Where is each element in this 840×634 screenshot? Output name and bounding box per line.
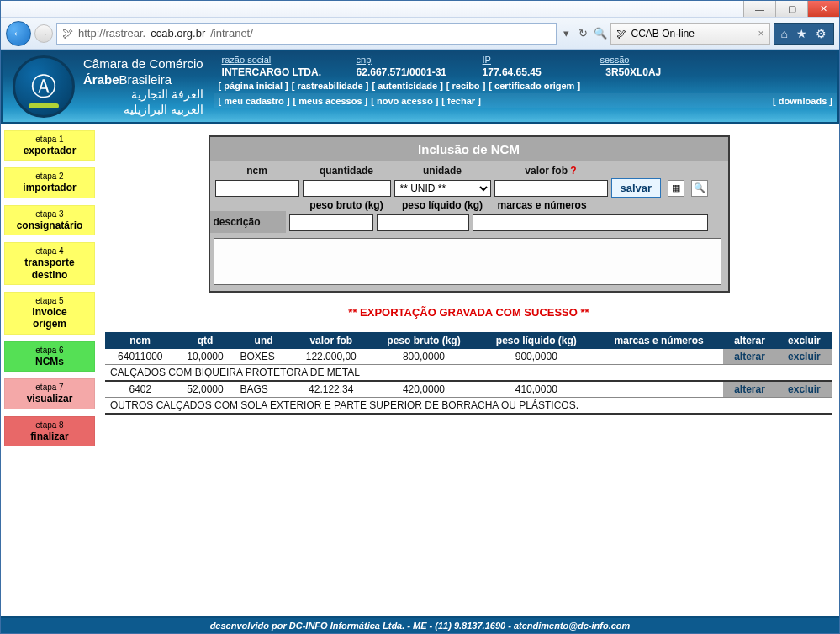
step-finalizar[interactable]: etapa 8finalizar [4, 416, 95, 446]
forward-button[interactable]: → [34, 24, 53, 43]
arrow-left-icon: ← [12, 26, 25, 41]
th-und: und [235, 332, 292, 349]
grid-icon[interactable]: ▦ [668, 180, 684, 197]
step-visualizar[interactable]: etapa 7visualizar [4, 378, 95, 409]
home-icon[interactable]: ⌂ [781, 27, 788, 40]
main-nav-1: página inicial rastreabilidade autentici… [214, 78, 837, 93]
nav-recibo[interactable]: recibo [446, 81, 485, 91]
cell-pbruto: 800,0000 [370, 349, 478, 365]
label-valor-fob: valor fob ? [494, 165, 608, 177]
settings-icon[interactable]: ⚙ [816, 27, 827, 40]
input-peso-bruto[interactable] [289, 214, 373, 231]
input-marcas[interactable] [473, 214, 708, 231]
brand-area: Ⓐ Câmara de Comércio ÁrabeBrasileira الغ… [3, 51, 214, 122]
ip-label: IP [483, 55, 600, 65]
cell-qtd: 10,0000 [176, 349, 235, 365]
header-right: razão social INTERCARGO LTDA. cnpj 62.66… [214, 51, 837, 122]
brand-line1a: Câmara [83, 56, 128, 71]
alterar-button[interactable]: alterar [723, 381, 777, 398]
step-ncms[interactable]: etapa 6NCMs [4, 341, 95, 372]
form-title: Inclusão de NCM [210, 137, 728, 161]
cell-marcas [595, 349, 723, 365]
sessao-label: sessão [600, 55, 710, 65]
window-close-button[interactable]: ✕ [807, 1, 839, 17]
brand-line2a: Árabe [83, 72, 119, 87]
nav-fechar[interactable]: fechar [441, 96, 481, 106]
cell-pbruto: 420,0000 [370, 381, 478, 398]
search-ncm-icon[interactable]: 🔍 [691, 180, 708, 197]
success-message: ** EXPORTAÇÃO GRAVADA COM SUCESSO ** [105, 299, 832, 325]
sessao-value: _3R50XL0AJ [600, 66, 710, 78]
form-grid: ncm quantidade unidade valor fob ? ** UN… [210, 161, 728, 211]
url-prefix: http://rastrear. [78, 27, 145, 40]
razao-value: INTERCARGO LTDA. [222, 66, 357, 78]
nav-meus-acessos[interactable]: meus acessos [293, 96, 368, 106]
input-valor-fob[interactable] [494, 180, 608, 197]
tab-favicon: 🕊 [616, 28, 626, 40]
label-quantidade: quantidade [303, 165, 391, 177]
window-maximize-button[interactable]: ▢ [775, 1, 807, 17]
save-button[interactable]: salvar [611, 178, 662, 198]
ip-value: 177.64.65.45 [483, 66, 600, 78]
nav-rastreabilidade[interactable]: rastreabilidade [292, 81, 369, 91]
nav-autenticidade[interactable]: autenticidade [372, 81, 442, 91]
cell-marcas [595, 381, 723, 398]
label-peso-liquido: peso líquido (kg) [394, 199, 491, 211]
arrow-right-icon: → [40, 29, 49, 39]
window-minimize-button[interactable]: — [743, 1, 775, 17]
cell-und: BAGS [235, 381, 292, 398]
cell-fob: 122.000,00 [293, 349, 370, 365]
excluir-button[interactable]: excluir [776, 381, 832, 398]
desc-row: descrição [210, 211, 728, 235]
dropdown-icon[interactable]: ▾ [560, 27, 573, 40]
back-button[interactable]: ← [6, 21, 31, 46]
nav-downloads[interactable]: downloads [773, 96, 832, 106]
ncm-form-panel: Inclusão de NCM ncm quantidade unidade v… [209, 135, 730, 293]
th-pliq: peso líquido (kg) [478, 332, 594, 349]
brand-line1b: de Comércio [128, 56, 203, 71]
body-area: etapa 1exportador etapa 2importador etap… [1, 124, 839, 616]
footer: desenvolvido por DC-INFO Informática Ltd… [1, 616, 839, 633]
nav-certificado-origem[interactable]: certificado origem [489, 81, 580, 91]
cnpj-value: 62.667.571/0001-31 [357, 66, 483, 78]
excluir-button[interactable]: excluir [776, 349, 832, 365]
brand-text: Câmara de Comércio ÁrabeBrasileira الغرف… [83, 56, 203, 118]
label-ncm: ncm [215, 165, 299, 177]
cell-desc: OUTROS CALÇADOS COM SOLA EXTERIOR E PART… [105, 398, 832, 415]
help-icon[interactable]: ? [570, 165, 576, 177]
label-marcas: marcas e números [494, 199, 729, 211]
browser-right-icons: ⌂ ★ ⚙ [774, 23, 834, 45]
table-row: 6401100010,0000BOXES122.000,00800,000090… [105, 349, 832, 365]
input-quantidade[interactable] [303, 180, 391, 197]
input-peso-liquido[interactable] [377, 214, 469, 231]
cell-pliq: 900,0000 [478, 349, 594, 365]
logo-icon: Ⓐ [13, 55, 75, 118]
search-icon[interactable]: 🔍 [594, 27, 607, 40]
nav-novo-acesso[interactable]: novo acesso [371, 96, 438, 106]
main-nav-2: meu cadastro meus acessos novo acesso fe… [214, 93, 837, 108]
brand-line2b: Brasileira [119, 72, 172, 87]
alterar-button[interactable]: alterar [723, 349, 777, 365]
step-importador[interactable]: etapa 2importador [4, 167, 95, 198]
nav-meu-cadastro[interactable]: meu cadastro [219, 96, 290, 106]
textarea-descricao[interactable] [214, 238, 721, 285]
window-title-bar: — ▢ ✕ [1, 1, 839, 18]
select-unidade[interactable]: ** UNID ** [394, 180, 491, 197]
table-desc-row: OUTROS CALÇADOS COM SOLA EXTERIOR E PART… [105, 398, 832, 415]
address-bar[interactable]: 🕊 http://rastrear.ccab.org.br/intranet/ [56, 23, 557, 45]
input-ncm[interactable] [215, 180, 299, 197]
cnpj-label: cnpj [357, 55, 483, 65]
step-invoice-origem[interactable]: etapa 5invoiceorigem [4, 292, 95, 335]
site-icon: 🕊 [62, 27, 73, 40]
step-consignatario[interactable]: etapa 3consignatário [4, 205, 95, 235]
tab-close-icon[interactable]: × [758, 28, 764, 40]
cell-ncm: 64011000 [105, 349, 176, 365]
site-header: Ⓐ Câmara de Comércio ÁrabeBrasileira الغ… [1, 50, 839, 124]
refresh-icon[interactable]: ↻ [577, 27, 590, 40]
browser-tab[interactable]: 🕊 CCAB On-line × [610, 23, 770, 45]
step-transporte-destino[interactable]: etapa 4transportedestino [4, 242, 95, 285]
favorites-icon[interactable]: ★ [796, 27, 807, 40]
step-exportador[interactable]: etapa 1exportador [4, 130, 95, 161]
tab-title: CCAB On-line [631, 28, 695, 40]
nav-pagina-inicial[interactable]: página inicial [219, 81, 288, 91]
